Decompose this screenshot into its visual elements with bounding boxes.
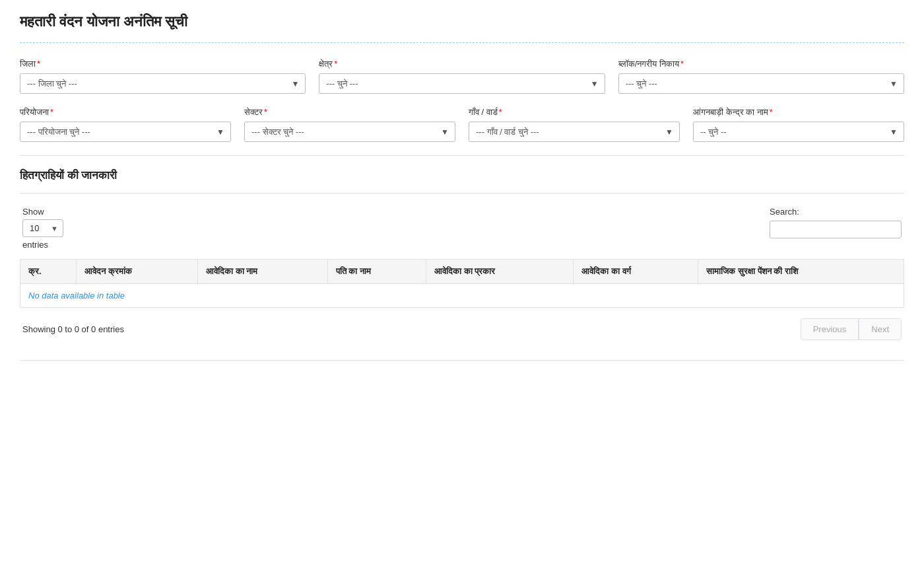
table-footer: Showing 0 to 0 of 0 entries Previous Nex… [20, 318, 904, 340]
col-application-number: आवेदन क्रमांक [77, 260, 198, 284]
district-group: जिला* --- जिला चुने --- ▼ [20, 59, 306, 94]
search-label: Search: [770, 207, 799, 217]
search-group: Search: [770, 207, 902, 238]
village-select[interactable]: --- गाँव / वार्ड चुने --- [469, 122, 680, 142]
show-count-select[interactable]: 10 25 50 100 [22, 219, 63, 237]
col-applicant-type: आवेदिका का प्रकार [426, 260, 573, 284]
search-input[interactable] [770, 221, 902, 238]
village-group: गाँव / वार्ड* --- गाँव / वार्ड चुने --- … [469, 107, 680, 142]
project-select-wrapper: --- परियोजना चुने --- ▼ [20, 122, 231, 142]
table-header-row: क्र. आवेदन क्रमांक आवेदिका का नाम पति का… [20, 260, 904, 284]
show-select-wrapper: 10 25 50 100 ▼ [22, 219, 63, 237]
showing-text: Showing 0 to 0 of 0 entries [22, 324, 124, 334]
pagination: Previous Next [801, 318, 902, 340]
show-label: Show [22, 207, 63, 217]
table-body: No data available in table [20, 284, 904, 308]
filter-row-2: परियोजना* --- परियोजना चुने --- ▼ सेक्टर… [20, 107, 904, 142]
village-label: गाँव / वार्ड* [469, 107, 680, 118]
col-husband-name: पति का नाम [327, 260, 426, 284]
sector-group: सेक्टर* --- सेक्टर चुने --- ▼ [244, 107, 455, 142]
show-entries-group: Show 10 25 50 100 ▼ entries [22, 207, 63, 250]
table-controls: Show 10 25 50 100 ▼ entries Search: [20, 207, 904, 250]
col-number: क्र. [20, 260, 77, 284]
area-select[interactable]: --- चुने --- [319, 73, 605, 94]
district-select-wrapper: --- जिला चुने --- ▼ [20, 73, 306, 94]
anganwadi-select-wrapper: -- चुने -- ▼ [693, 122, 904, 142]
beneficiary-table: क्र. आवेदन क्रमांक आवेदिका का नाम पति का… [20, 259, 904, 308]
project-label: परियोजना* [20, 107, 231, 118]
col-pension-amount: सामाजिक सुरक्षा पेंशन की राशि [698, 260, 904, 284]
bottom-divider [20, 360, 904, 361]
project-select[interactable]: --- परियोजना चुने --- [20, 122, 231, 142]
next-button[interactable]: Next [859, 318, 902, 340]
no-data-cell: No data available in table [20, 284, 904, 308]
page-container: महतारी वंदन योजना अनंतिम सूची जिला* --- … [0, 0, 924, 374]
title-divider [20, 42, 904, 43]
filter-row-1: जिला* --- जिला चुने --- ▼ क्षेत्र* --- च… [20, 59, 904, 94]
sector-label: सेक्टर* [244, 107, 455, 118]
anganwadi-label: आंगनबाड़ी केन्द्र का नाम* [693, 107, 904, 118]
anganwadi-select[interactable]: -- चुने -- [693, 122, 904, 142]
block-group: ब्लॉक/नगरीय निकाय* --- चुने --- ▼ [618, 59, 904, 94]
district-select[interactable]: --- जिला चुने --- [20, 73, 306, 94]
table-header: क्र. आवेदन क्रमांक आवेदिका का नाम पति का… [20, 260, 904, 284]
previous-button[interactable]: Previous [801, 318, 859, 340]
area-select-wrapper: --- चुने --- ▼ [319, 73, 605, 94]
no-data-row: No data available in table [20, 284, 904, 308]
entries-label: entries [22, 240, 63, 250]
beneficiary-section: हितग्राहियों की जानकारी Show 10 25 50 10… [20, 169, 904, 340]
area-label: क्षेत्र* [319, 59, 605, 69]
block-label: ब्लॉक/नगरीय निकाय* [618, 59, 904, 69]
anganwadi-group: आंगनबाड़ी केन्द्र का नाम* -- चुने -- ▼ [693, 107, 904, 142]
filter-section: जिला* --- जिला चुने --- ▼ क्षेत्र* --- च… [20, 59, 904, 142]
beneficiary-divider [20, 193, 904, 194]
col-applicant-name: आवेदिका का नाम [198, 260, 328, 284]
district-label: जिला* [20, 59, 306, 69]
section-divider [20, 155, 904, 156]
block-select[interactable]: --- चुने --- [618, 73, 904, 94]
page-title: महतारी वंदन योजना अनंतिम सूची [20, 13, 904, 30]
block-select-wrapper: --- चुने --- ▼ [618, 73, 904, 94]
col-applicant-category: आवेदिका का वर्ग [574, 260, 698, 284]
project-group: परियोजना* --- परियोजना चुने --- ▼ [20, 107, 231, 142]
beneficiary-section-title: हितग्राहियों की जानकारी [20, 169, 904, 182]
area-group: क्षेत्र* --- चुने --- ▼ [319, 59, 605, 94]
sector-select[interactable]: --- सेक्टर चुने --- [244, 122, 455, 142]
village-select-wrapper: --- गाँव / वार्ड चुने --- ▼ [469, 122, 680, 142]
sector-select-wrapper: --- सेक्टर चुने --- ▼ [244, 122, 455, 142]
